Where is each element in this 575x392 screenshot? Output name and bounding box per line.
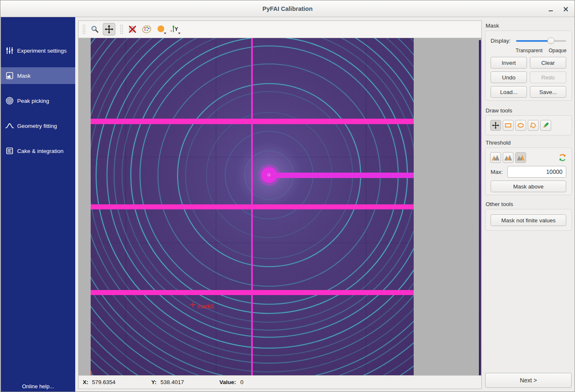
diffraction-svg: mark0 <box>91 38 414 375</box>
diffraction-image[interactable]: mark0 <box>91 38 414 375</box>
threshold-group-box: Max: Mask above <box>485 148 572 195</box>
draw-ellipse-tool-button[interactable] <box>515 120 526 131</box>
plot-panel: 0 Y mark0 X: 579.6354 Y: 538.4017 Value:… <box>78 20 482 389</box>
close-button[interactable] <box>560 4 571 15</box>
clear-button[interactable]: Clear <box>530 57 566 69</box>
reload-range-button[interactable] <box>557 153 567 163</box>
draw-tools-group-box <box>485 115 572 135</box>
sidebar-item-label: Mask <box>17 73 31 79</box>
other-tools-title: Other tools <box>486 201 513 207</box>
pan-icon <box>492 122 499 129</box>
draw-pan-tool-button[interactable] <box>490 120 501 131</box>
sidebar-item-geometry-fitting[interactable]: Geometry fitting <box>1 117 75 134</box>
next-button[interactable]: Next > <box>485 373 572 388</box>
draw-rectangle-tool-button[interactable] <box>503 120 514 131</box>
mask-side-panel: Mask Display: Transparent Opaque Invert … <box>482 17 575 392</box>
polygon-icon <box>529 122 537 129</box>
dropdown-caret-icon <box>164 33 166 34</box>
status-y-value: 538.4017 <box>160 379 184 385</box>
peak-picking-icon <box>5 97 14 105</box>
online-help-link[interactable]: Online help... <box>1 383 75 389</box>
status-y-label: Y: <box>151 379 157 385</box>
ellipse-icon <box>517 122 524 129</box>
toolbar-grip[interactable] <box>120 25 123 34</box>
status-x-label: X: <box>83 379 89 385</box>
minimize-button[interactable] <box>545 4 556 15</box>
refresh-icon <box>558 153 567 162</box>
red-cross-icon <box>128 25 137 34</box>
display-slider-handle[interactable] <box>547 38 555 44</box>
remove-marker-button[interactable] <box>126 23 139 36</box>
draw-tools-title: Draw tools <box>486 107 512 114</box>
histogram-below-icon <box>491 154 500 161</box>
sliders-icon <box>5 46 14 55</box>
sidebar-item-label: Cake & integration <box>17 148 64 154</box>
svg-text:mark0: mark0 <box>197 303 214 310</box>
pan-icon <box>104 25 114 34</box>
image-edge-strip <box>479 40 481 375</box>
draw-polygon-tool-button[interactable] <box>528 120 539 131</box>
plot-toolbar: 0 Y <box>79 21 481 38</box>
mask-between-threshold-button[interactable] <box>503 152 514 163</box>
redo-button[interactable]: Redo <box>530 71 566 83</box>
color-dot-icon <box>157 25 165 33</box>
sidebar-item-cake-integration[interactable]: Cake & integration <box>1 143 75 159</box>
mask-group-box: Display: Transparent Opaque Invert Clear… <box>485 31 572 101</box>
histogram-above-icon <box>516 154 525 161</box>
sidebar-item-mask[interactable]: Mask <box>1 67 75 84</box>
invert-button[interactable]: Invert <box>491 57 527 69</box>
pencil-icon <box>542 122 550 129</box>
undo-button[interactable]: Undo <box>491 71 527 83</box>
titlebar: PyFAI Calibration <box>0 0 575 17</box>
y-axis-orientation-button[interactable]: 0 Y <box>169 23 181 36</box>
sidebar: Experiment settings Mask Peak picking <box>1 17 75 392</box>
max-value-input[interactable] <box>507 166 566 178</box>
svg-text:0: 0 <box>170 30 172 32</box>
cake-integration-icon <box>5 147 14 155</box>
sidebar-item-peak-picking[interactable]: Peak picking <box>1 92 75 109</box>
mask-section-title: Mask <box>486 23 499 29</box>
display-slider-fill <box>516 40 551 42</box>
transparent-label: Transparent <box>516 48 542 53</box>
status-x-value: 579.6354 <box>92 379 115 385</box>
zoom-tool-button[interactable] <box>89 23 101 36</box>
colormap-button[interactable] <box>140 23 153 36</box>
statusbar: X: 579.6354 Y: 538.4017 Value: 0 <box>79 375 481 389</box>
sidebar-item-label: Experiment settings <box>17 48 67 54</box>
opaque-label: Opaque <box>549 48 567 53</box>
mask-above-button[interactable]: Mask above <box>491 181 566 192</box>
palette-icon <box>142 25 152 34</box>
histogram-between-icon <box>504 154 512 161</box>
mask-above-threshold-button[interactable] <box>515 152 526 163</box>
sidebar-item-experiment-settings[interactable]: Experiment settings <box>1 42 75 59</box>
other-tools-group-box: Mask not finite values <box>485 209 572 231</box>
toolbar-grip[interactable] <box>83 25 85 34</box>
mask-below-threshold-button[interactable] <box>490 152 501 163</box>
app-window: PyFAI Calibration Experiment settings <box>0 0 575 392</box>
max-label: Max: <box>491 169 503 175</box>
status-value: 0 <box>240 379 244 385</box>
mask-icon <box>5 71 14 80</box>
sidebar-item-label: Peak picking <box>17 98 49 104</box>
geometry-fitting-icon <box>5 122 14 130</box>
pan-tool-button[interactable] <box>103 23 115 36</box>
status-value-label: Value: <box>219 379 236 385</box>
mask-color-button[interactable] <box>155 23 167 36</box>
display-label: Display: <box>491 38 511 44</box>
load-button[interactable]: Load... <box>491 86 527 98</box>
draw-pencil-tool-button[interactable] <box>540 120 551 131</box>
close-icon <box>563 7 568 12</box>
magnifier-icon <box>91 25 99 33</box>
svg-text:Y: Y <box>175 26 178 32</box>
save-button[interactable]: Save... <box>530 86 566 98</box>
mask-not-finite-button[interactable]: Mask not finite values <box>491 214 566 226</box>
window-title: PyFAI Calibration <box>0 0 575 17</box>
minimize-icon <box>548 7 553 12</box>
sidebar-item-label: Geometry fitting <box>17 123 57 129</box>
threshold-title: Threshold <box>486 140 511 146</box>
dropdown-caret-icon <box>178 33 181 34</box>
rectangle-icon <box>504 122 512 129</box>
plot-canvas: mark0 <box>79 38 481 375</box>
